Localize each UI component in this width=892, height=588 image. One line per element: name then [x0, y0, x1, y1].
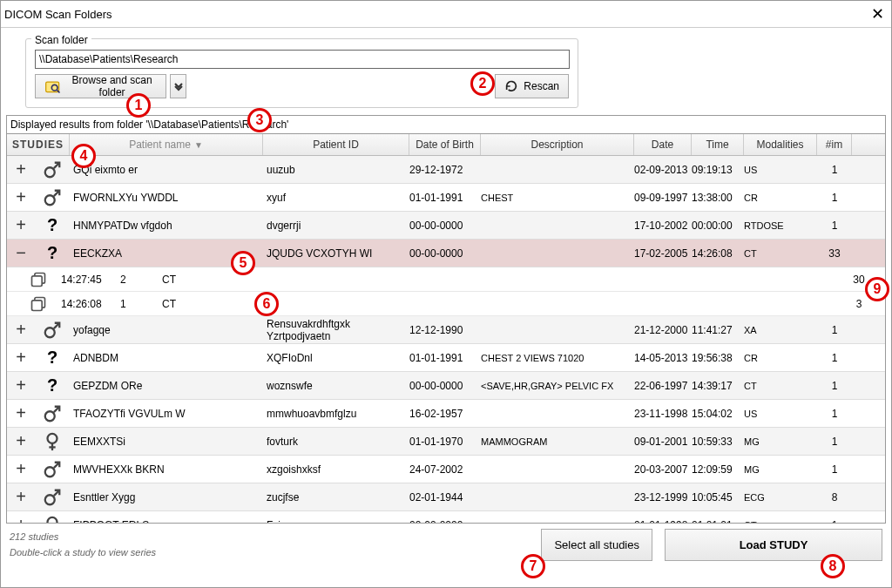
study-row[interactable]: +FIPPOGT ERLSFsiox00-00-000001-01-199801…	[7, 511, 885, 524]
col-header-modalities[interactable]: Modalities	[744, 134, 817, 155]
svg-point-22	[48, 517, 57, 524]
expand-icon[interactable]: +	[7, 431, 35, 451]
expand-icon[interactable]: +	[7, 459, 35, 479]
col-header-date[interactable]: Date	[634, 134, 692, 155]
cell-image-count: 1	[817, 324, 852, 336]
cell-patient-id: xyuf	[263, 192, 409, 204]
browse-scan-button[interactable]: Browse and scan folder	[35, 74, 166, 98]
svg-point-20	[45, 495, 55, 504]
study-row[interactable]: +?GEPZDM ORewoznswfe00-00-0000<SAVE,HR,G…	[7, 372, 885, 400]
folder-path-input[interactable]	[35, 50, 570, 69]
study-row[interactable]: +FWORNLXYu YWDDLxyuf01-01-1991CHEST09-09…	[7, 184, 885, 212]
rescan-label: Rescan	[524, 80, 559, 92]
cell-patient-id: XQFIoDnl	[263, 352, 409, 364]
cell-time: 14:39:17	[692, 380, 744, 392]
expand-icon[interactable]: +	[7, 403, 35, 423]
study-row[interactable]: +GQi eixmto eruuzub29-12-197202-09-20130…	[7, 156, 885, 184]
expand-icon[interactable]: +	[7, 375, 35, 395]
cell-image-count: 33	[817, 247, 852, 260]
hint-label: Double-click a study to view series	[10, 545, 156, 561]
cell-patient-name: ADNBDM	[70, 352, 263, 364]
load-study-button[interactable]: Load STUDY	[665, 529, 882, 561]
cell-time: 12:09:59	[692, 463, 744, 476]
series-row[interactable]: 14:27:452CT30	[7, 267, 885, 292]
cell-dob: 00-00-0000	[409, 380, 481, 392]
cell-dob: 29-12-1972	[409, 164, 481, 176]
study-row[interactable]: +TFAOZYTfi VGVULm Wmmwhuoavbmfglzu16-02-…	[7, 400, 885, 428]
svg-point-18	[45, 467, 55, 476]
cell-date: 02-09-2013	[634, 164, 692, 176]
col-header-patient-name[interactable]: Patient name▼	[70, 134, 263, 155]
close-icon[interactable]: ✕	[871, 4, 884, 24]
studies-grid[interactable]: STUDIES Patient name▼ Patient ID Date of…	[6, 133, 886, 524]
collapse-icon[interactable]: −	[7, 243, 35, 263]
cell-time: 13:38:00	[692, 192, 744, 204]
expand-icon[interactable]: +	[7, 187, 35, 207]
gender-icon	[35, 516, 70, 524]
col-header-description[interactable]: Description	[481, 134, 634, 155]
col-header-patient-id[interactable]: Patient ID	[263, 134, 409, 155]
gender-icon	[35, 160, 70, 179]
expand-icon[interactable]: +	[7, 159, 35, 179]
cell-date: 09-09-1997	[634, 192, 692, 204]
study-row[interactable]: +MWVHEXXk BKRNxzgoishxksf24-07-200220-03…	[7, 456, 885, 483]
cell-date: 01-01-1998	[634, 519, 692, 524]
cell-dob: 01-01-1970	[409, 436, 481, 448]
expand-icon[interactable]: +	[7, 215, 35, 235]
expand-icon[interactable]: +	[7, 320, 35, 340]
cell-image-count: 8	[817, 491, 852, 504]
series-row[interactable]: 14:26:081CT3	[7, 292, 885, 316]
select-all-studies-button[interactable]: Select all studies	[541, 529, 652, 561]
cell-date: 14-05-2013	[634, 352, 692, 364]
sort-desc-icon: ▼	[194, 140, 203, 150]
cell-image-count: 1	[817, 352, 852, 364]
series-stack-icon	[7, 295, 54, 313]
series-time: 14:27:45	[54, 274, 120, 286]
cell-image-count: 1	[817, 436, 852, 448]
browse-dropdown-button[interactable]	[170, 74, 186, 98]
cell-time: 09:19:13	[692, 164, 744, 176]
expand-icon[interactable]: +	[7, 348, 35, 368]
cell-description: CHEST	[481, 193, 634, 203]
study-row[interactable]: +Esnttler Xyggzucjfse02-01-194423-12-199…	[7, 483, 885, 511]
cell-date: 21-12-2000	[634, 324, 692, 336]
gender-icon	[35, 404, 70, 423]
cell-modality: US	[744, 165, 817, 175]
cell-modality: CT	[744, 248, 817, 259]
browse-scan-label: Browse and scan folder	[67, 74, 157, 98]
series-time: 14:26:08	[54, 298, 120, 310]
expand-icon[interactable]: +	[7, 515, 35, 524]
rescan-button[interactable]: Rescan	[495, 74, 569, 98]
footer-bar: 212 studies Double-click a study to view…	[1, 524, 891, 566]
cell-modality: ECG	[744, 492, 817, 503]
cell-patient-name: FWORNLXYu YWDDL	[70, 192, 263, 204]
svg-rect-8	[32, 275, 43, 286]
col-header-dob[interactable]: Date of Birth	[409, 134, 481, 155]
study-count-label: 212 studies	[10, 530, 156, 545]
col-header-time[interactable]: Time	[692, 134, 744, 155]
study-row[interactable]: +?HNMYPATDw vfgdohdvgerrji00-00-000017-1…	[7, 212, 885, 240]
gender-icon	[35, 432, 70, 451]
study-row[interactable]: −?EECKZXAJQUDG VCXOTYH WI00-00-000017-02…	[7, 240, 885, 267]
grid-header-row: STUDIES Patient name▼ Patient ID Date of…	[7, 134, 885, 156]
gender-icon: ?	[35, 243, 70, 263]
cell-patient-id: Fsiox	[263, 519, 409, 524]
gender-icon: ?	[35, 348, 70, 368]
col-header-image-count[interactable]: #im	[817, 134, 852, 155]
cell-patient-id: fovturk	[263, 436, 409, 448]
cell-image-count: 1	[817, 380, 852, 392]
svg-point-11	[45, 328, 55, 337]
study-row[interactable]: +yofagqeRensuvakrdhftgxk Yzrtpodjvaetn12…	[7, 316, 885, 344]
cell-modality: MG	[744, 464, 817, 475]
cell-dob: 01-01-1991	[409, 352, 481, 364]
study-row[interactable]: +EEMXXTSifovturk01-01-1970MAMMOGRAM09-01…	[7, 428, 885, 456]
col-header-studies[interactable]: STUDIES	[7, 134, 70, 155]
cell-patient-name: FIPPOGT ERLS	[70, 519, 263, 524]
folder-search-icon	[44, 78, 62, 95]
cell-patient-id: Rensuvakrdhftgxk Yzrtpodjvaetn	[263, 318, 409, 342]
scan-folder-panel: Scan folder Browse and scan folder Resca…	[25, 38, 578, 108]
study-row[interactable]: +?ADNBDMXQFIoDnl01-01-1991CHEST 2 VIEWS …	[7, 344, 885, 372]
series-stack-icon	[7, 271, 54, 288]
expand-icon[interactable]: +	[7, 487, 35, 507]
cell-description: <SAVE,HR,GRAY> PELVIC FX	[481, 381, 634, 391]
